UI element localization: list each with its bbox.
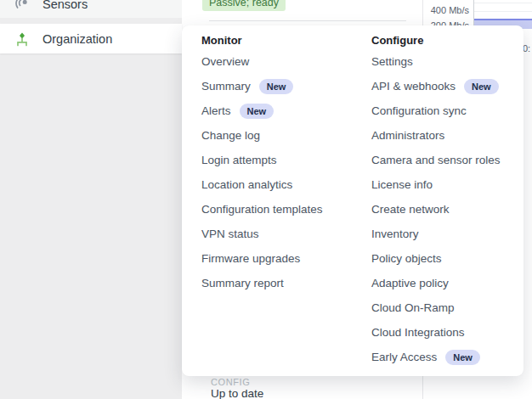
organization-icon [14,31,31,47]
sidebar-item-organization[interactable]: Organization [0,24,182,53]
sidebar: Sensors Organization [0,0,182,399]
menu-item[interactable]: Early Access New [371,345,532,369]
menu-item[interactable]: Cloud On-Ramp [371,295,532,320]
menu-item[interactable]: Adaptive policy [371,271,532,295]
menu-item-label: Location analytics [201,178,292,191]
menu-item[interactable]: Inventory [371,222,532,246]
menu-item-label: Summary [201,80,251,93]
menu-item-label: Policy objects [371,252,442,265]
menu-item-label: Summary report [201,277,284,289]
menu-item-label: License info [371,178,433,191]
sidebar-item-label: Sensors [42,0,88,11]
menu-item[interactable]: Summary New [201,74,363,98]
menu-item-label: Login attempts [201,154,277,166]
menu-item-label: API & webhooks [371,80,456,93]
menu-item[interactable]: Create network [371,197,532,222]
gridline [474,11,532,12]
menu-item[interactable]: Configuration sync [371,98,532,123]
menu-item[interactable]: Camera and sensor roles [371,148,532,172]
config-status-text: Up to date [211,387,263,399]
menu-item[interactable]: Alerts New [201,98,363,123]
new-badge: New [445,350,480,365]
menu-item[interactable]: VPN status [201,222,363,246]
sidebar-item-sensors[interactable]: Sensors [0,0,182,18]
menu-item-label: Adaptive policy [371,277,449,289]
gridline [474,3,532,3]
sensors-icon [14,0,31,12]
status-badge: Passive; ready [202,0,286,11]
menu-item-label: VPN status [201,228,259,240]
new-badge: New [464,79,499,94]
menu-item-label: Create network [371,203,450,216]
menu-item-list: Settings API & webhooks New Configuratio… [371,49,532,369]
menu-item-label: Cloud Integrations [371,326,465,339]
menu-item[interactable]: API & webhooks New [371,74,532,98]
config-section-label: CONFIG [211,377,250,387]
menu-column-configure: Configure Settings API & webhooks New Co… [371,25,532,369]
menu-item[interactable]: Summary report [201,271,363,295]
menu-item[interactable]: Settings [371,49,532,74]
menu-section-header: Configure [371,34,532,48]
menu-item[interactable]: Administrators [371,123,532,148]
new-badge: New [259,79,294,94]
menu-item-list: Overview Summary New Alerts New Ch [201,49,363,295]
menu-item-label: Overview [201,55,249,68]
menu-item[interactable]: Policy objects [371,246,532,271]
menu-section-header: Monitor [201,34,363,48]
menu-item-label: Settings [371,55,413,68]
organization-flyout-menu: Monitor Overview Summary New Alerts [182,25,524,376]
menu-item-label: Camera and sensor roles [371,154,501,166]
menu-item[interactable]: Login attempts [201,148,363,172]
menu-item-label: Configuration templates [201,203,323,216]
menu-item-label: Inventory [371,228,419,240]
menu-item[interactable]: Configuration templates [201,197,363,222]
menu-item-label: Firmware upgrades [201,252,300,265]
menu-item-label: Cloud On-Ramp [371,301,455,314]
menu-item-label: Change log [201,129,260,142]
menu-item-label: Administrators [371,129,444,142]
menu-item[interactable]: Cloud Integrations [371,320,532,345]
menu-item-label: Early Access [371,351,437,363]
menu-item[interactable]: License info [371,172,532,197]
menu-item[interactable]: Location analytics [201,172,363,197]
y-axis-tick-label: 400 Mb/s [410,5,469,15]
menu-item[interactable]: Change log [201,123,363,148]
section-divider [209,20,406,21]
dashboard-screen: Passive; ready 400 Mb/s 200 Mb/s 0: CONF… [0,0,532,399]
menu-item[interactable]: Overview [201,49,363,74]
menu-item-label: Configuration sync [371,104,467,117]
sidebar-item-label: Organization [42,32,112,46]
menu-column-monitor: Monitor Overview Summary New Alerts [201,25,363,295]
menu-item-label: Alerts [201,104,231,117]
menu-item[interactable]: Firmware upgrades [201,246,363,271]
new-badge: New [240,104,274,119]
